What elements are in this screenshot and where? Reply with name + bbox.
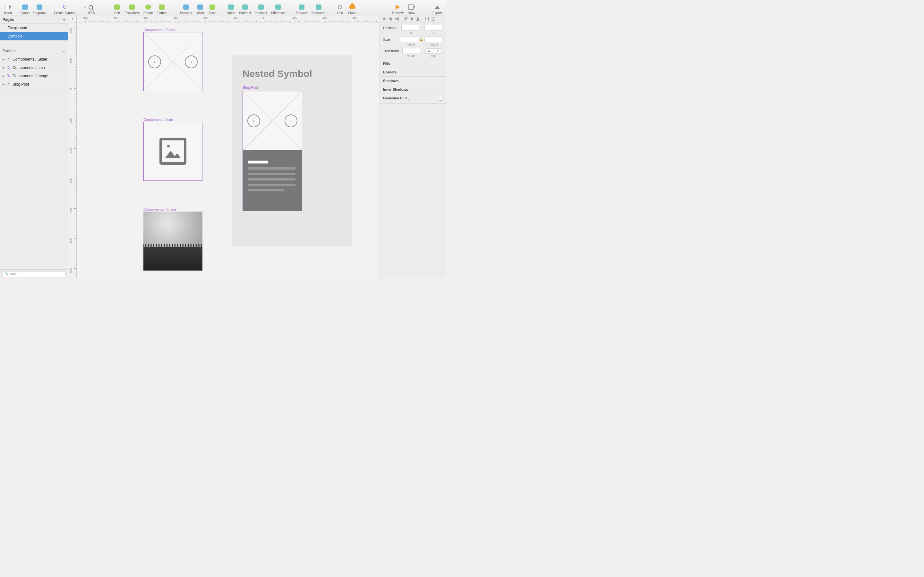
artboard-label[interactable]: Components / Slider [144,28,176,32]
chevron-down-icon: ▾ [10,5,11,8]
scroll-top-button[interactable]: ▴ [61,49,65,53]
backward-button[interactable]: Backward [310,1,328,15]
ruler-vertical[interactable]: -200-1000100200300400500600 [68,23,77,278]
group-button[interactable]: Group [19,1,31,15]
align-hcenter-button[interactable] [388,16,394,21]
ruler-horizontal[interactable]: -600-500-400-300-200-1000100200300 [77,15,380,23]
borders-section[interactable]: Borders [380,68,446,77]
mask-button[interactable]: Mask [194,1,206,15]
pages-header: Pages + [0,15,68,24]
view-button[interactable]: ▾View [405,1,418,15]
svg-rect-3 [383,18,386,19]
prev-button[interactable]: ‹ [247,114,260,127]
align-left-button[interactable] [382,16,388,21]
rotate-input[interactable] [402,48,420,54]
distribute-h-button[interactable] [424,16,430,21]
edit-icon [114,5,120,10]
next-button[interactable]: › [284,114,297,127]
layer-item[interactable]: ▶ ↻ Blog Post [0,80,68,89]
disclosure-icon[interactable]: ▶ [3,66,5,69]
subtract-icon [242,5,248,10]
stepper-icon[interactable]: ▴▾ [409,98,410,101]
align-right-button[interactable] [394,16,400,21]
size-height-input[interactable] [425,37,443,42]
align-vcenter-button[interactable] [409,16,415,21]
flatten-button[interactable]: Flatten [155,1,169,15]
ungroup-button[interactable]: Ungroup [31,1,47,15]
prev-button[interactable]: ‹ [148,55,161,68]
search-icon: 🔍 [5,272,8,276]
scale-button[interactable]: Scale [206,1,218,15]
ruler-origin[interactable]: ✦ [68,15,77,23]
blur-checkbox[interactable] [439,97,443,101]
svg-rect-11 [404,17,408,18]
fills-section[interactable]: Fills [380,59,446,68]
filter-input[interactable] [3,271,65,277]
cloud-button[interactable]: Cloud [346,1,359,15]
create-symbol-button[interactable]: ↻ Create Symbol [52,1,77,15]
backward-icon [316,5,321,10]
artboard-label[interactable]: Blog Post [232,85,352,91]
zoom-control[interactable]: − 97% + [81,1,102,15]
svg-rect-17 [416,20,420,21]
page-item-symbols[interactable]: Symbols [0,32,68,40]
image-icon [160,138,186,165]
export-button[interactable]: Export [431,1,444,15]
align-bottom-button[interactable] [415,16,421,21]
intersect-button[interactable]: Intersect [253,1,269,15]
disclosure-icon[interactable]: ▶ [3,74,5,77]
symbol-blogpost[interactable]: ‹ › [242,91,302,211]
disclosure-icon[interactable]: ▶ [3,58,5,61]
forward-button[interactable]: Forward [294,1,310,15]
symbol-icon: ↻ [7,73,11,78]
disclosure-icon[interactable]: ▶ [3,83,5,86]
scissors-button[interactable]: Scissors [178,1,194,15]
size-width-input[interactable] [400,37,418,42]
preview-button[interactable]: Preview [391,1,406,15]
zoom-in-button[interactable]: + [95,5,102,10]
distribute-v-button[interactable] [430,16,436,21]
text-placeholder [248,178,296,181]
zoom-out-button[interactable]: − [81,5,88,10]
gaussian-blur-section[interactable]: Gaussian Blur▴▾ [380,94,446,103]
svg-rect-18 [417,17,418,20]
svg-rect-21 [427,17,427,21]
artboard-label[interactable]: Components / Image [144,207,176,211]
shadows-section[interactable]: Shadows [380,77,446,85]
difference-button[interactable]: Difference [269,1,288,15]
insert-button[interactable]: +▾ Insert [2,1,14,15]
flip-v-button[interactable]: ⇵ [434,48,441,53]
svg-rect-22 [428,17,429,21]
align-top-button[interactable] [403,16,409,21]
subtract-button[interactable]: Subtract [237,1,253,15]
position-section: Position XY Size 🔒 WidthHeight Transform [380,23,446,59]
svg-rect-23 [431,17,435,18]
position-x-input[interactable] [401,25,419,31]
artboard-nested-symbol[interactable]: Nested Symbol Blog Post ‹ › [232,55,352,247]
symbol-slider[interactable]: ‹ › [144,32,202,91]
position-y-input[interactable] [425,25,443,31]
add-page-button[interactable]: + [63,17,65,22]
ungroup-icon [37,5,42,10]
page-item-playground[interactable]: Playground [0,24,68,32]
lock-icon[interactable]: 🔒 [419,38,423,41]
heading: Nested Symbol [232,55,352,85]
symbol-icon[interactable] [144,122,202,181]
inner-shadows-section[interactable]: Inner Shadows [380,85,446,94]
svg-rect-7 [390,19,392,20]
rotate-button[interactable]: Rotate [142,1,155,15]
svg-rect-25 [431,20,435,21]
layer-item[interactable]: ▶ ↻ Components / Icon [0,63,68,72]
grid-icon [409,5,414,10]
edit-button[interactable]: Edit [111,1,123,15]
next-button[interactable]: › [185,55,198,68]
artboard-label[interactable]: Components / Icon [144,118,173,121]
flip-h-button[interactable]: ⇋ [425,48,433,53]
canvas[interactable]: Components / Slider ‹ › Components / Ico… [77,23,380,278]
transform-button[interactable]: Transform [123,1,142,15]
symbol-image[interactable] [144,211,202,271]
layer-item[interactable]: ▶ ↻ Components / Slider [0,55,68,63]
layer-item[interactable]: ▶ ↻ Components / Image [0,72,68,80]
link-button[interactable]: Link [334,1,346,15]
union-button[interactable]: Union [225,1,237,15]
